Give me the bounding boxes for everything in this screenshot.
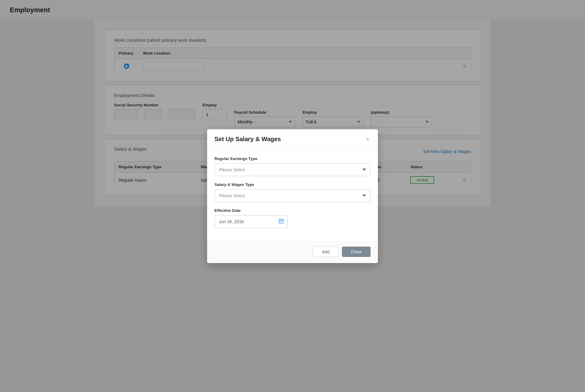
salary-wages-type-label: Salary & Wages Type: [214, 182, 371, 187]
regular-earnings-select[interactable]: Please Select: [214, 163, 371, 176]
page-wrapper: Employment Work Locations (select primar…: [0, 0, 585, 392]
salary-wages-type-field: Salary & Wages Type Please Select: [214, 182, 371, 202]
modal-overlay[interactable]: Set Up Salary & Wages × Regular Earnings…: [0, 0, 585, 392]
effective-date-input[interactable]: [214, 215, 288, 228]
add-button[interactable]: Add: [313, 247, 338, 257]
modal-body: Regular Earnings Type Please Select Sala…: [207, 149, 378, 241]
date-input-wrapper: [214, 215, 288, 228]
modal-header: Set Up Salary & Wages ×: [207, 129, 378, 149]
close-modal-button[interactable]: Close: [342, 247, 371, 257]
modal-close-button[interactable]: ×: [365, 135, 371, 143]
effective-date-field: Effective Date: [214, 208, 371, 228]
salary-wages-modal: Set Up Salary & Wages × Regular Earnings…: [207, 129, 378, 263]
modal-title: Set Up Salary & Wages: [214, 136, 281, 143]
salary-wages-type-select[interactable]: Please Select: [214, 189, 371, 202]
regular-earnings-field: Regular Earnings Type Please Select: [214, 156, 371, 176]
regular-earnings-label: Regular Earnings Type: [214, 156, 371, 161]
effective-date-label: Effective Date: [214, 208, 371, 213]
modal-footer: Add Close: [207, 241, 378, 263]
